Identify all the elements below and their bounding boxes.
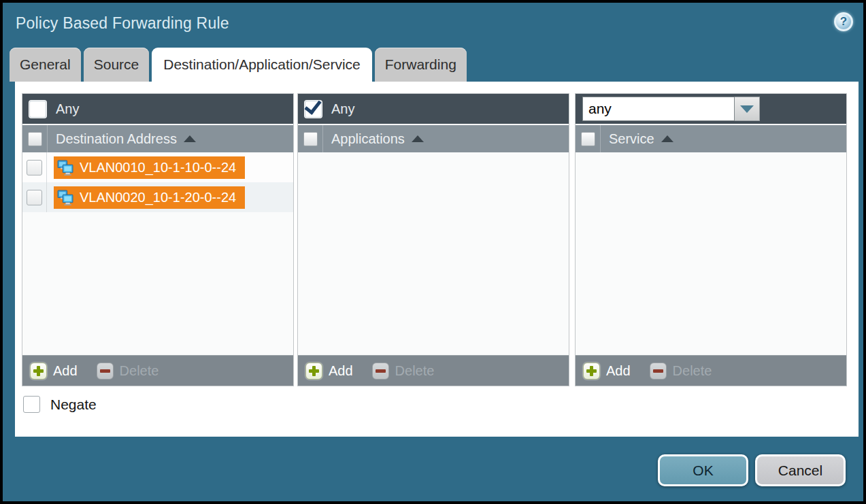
service-dropdown-value[interactable]: any <box>582 97 735 121</box>
delete-button-label: Delete <box>120 363 159 379</box>
delete-icon <box>372 363 389 380</box>
tab-forwarding[interactable]: Forwarding <box>375 48 467 82</box>
column-separator <box>47 125 48 152</box>
address-entry-vlan0010[interactable]: VLAN0010_10-1-10-0--24 <box>54 156 245 179</box>
ok-button[interactable]: OK <box>658 454 748 486</box>
applications-any-label: Any <box>331 101 354 117</box>
delete-icon <box>97 363 114 380</box>
applications-select-all-cell <box>298 132 322 146</box>
applications-column-title: Applications <box>331 131 405 147</box>
service-column-title: Service <box>609 131 654 147</box>
add-icon <box>583 363 600 380</box>
destination-any-label: Any <box>56 101 79 117</box>
destination-any-header: Any <box>22 94 293 124</box>
address-label: VLAN0020_10-1-20-0--24 <box>80 190 236 205</box>
service-list <box>576 152 846 355</box>
destination-select-all-checkbox[interactable] <box>28 132 42 146</box>
service-any-header: any <box>576 94 846 124</box>
applications-delete-button[interactable]: Delete <box>372 363 435 380</box>
applications-select-all-checkbox[interactable] <box>303 132 318 146</box>
tab-label: Forwarding <box>385 56 456 73</box>
add-button-label: Add <box>606 363 631 379</box>
service-delete-button[interactable]: Delete <box>650 363 712 380</box>
destination-add-button[interactable]: Add <box>30 363 78 380</box>
row-checkbox[interactable] <box>27 160 42 175</box>
tab-source[interactable]: Source <box>84 48 150 82</box>
table-row: VLAN0020_10-1-20-0--24 <box>22 182 293 212</box>
sort-asc-icon <box>184 135 196 142</box>
tab-label: General <box>20 56 71 73</box>
chevron-down-icon <box>740 105 754 113</box>
negate-checkbox[interactable] <box>23 396 40 413</box>
network-address-icon <box>57 189 74 206</box>
ok-button-label: OK <box>693 463 713 479</box>
applications-any-checkbox[interactable] <box>305 101 322 118</box>
delete-button-label: Delete <box>673 363 712 379</box>
service-add-button[interactable]: Add <box>583 363 631 380</box>
tab-content-area: Any Destination Address <box>15 82 859 437</box>
tab-general[interactable]: General <box>10 48 81 82</box>
tab-label: Source <box>94 56 139 73</box>
sort-asc-icon <box>412 135 424 142</box>
destination-column-title: Destination Address <box>56 131 177 147</box>
destination-column-header[interactable]: Destination Address <box>22 124 293 152</box>
row-checkbox-cell <box>22 182 47 212</box>
applications-panel: Any Applications Add Delete <box>297 93 569 386</box>
add-icon <box>305 363 322 380</box>
destination-address-panel: Any Destination Address <box>22 93 294 386</box>
service-select-all-cell <box>576 132 600 146</box>
sort-asc-icon <box>661 135 673 142</box>
row-checkbox-cell <box>22 152 47 182</box>
service-select-all-checkbox[interactable] <box>581 132 595 146</box>
destination-any-checkbox[interactable] <box>29 101 46 118</box>
cancel-button-label: Cancel <box>778 463 822 479</box>
applications-list <box>298 152 569 355</box>
service-dropdown-button[interactable] <box>735 97 760 121</box>
help-icon[interactable]: ? <box>834 12 853 31</box>
address-entry-vlan0020[interactable]: VLAN0020_10-1-20-0--24 <box>54 186 245 209</box>
network-address-icon <box>57 159 74 176</box>
applications-add-button[interactable]: Add <box>305 363 353 380</box>
tab-bar: General Source Destination/Application/S… <box>10 48 469 82</box>
service-panel-footer: Add Delete <box>576 355 846 386</box>
row-checkbox[interactable] <box>27 190 42 205</box>
add-icon <box>30 363 47 380</box>
service-dropdown[interactable]: any <box>582 97 760 121</box>
tab-label: Destination/Application/Service <box>163 56 361 73</box>
destination-list: VLAN0010_10-1-10-0--24 <box>22 152 293 355</box>
add-button-label: Add <box>53 363 78 379</box>
destination-delete-button[interactable]: Delete <box>97 363 159 380</box>
negate-row: Negate <box>23 396 97 413</box>
column-separator <box>600 125 601 152</box>
destination-panel-footer: Add Delete <box>22 355 293 386</box>
service-column-header[interactable]: Service <box>576 124 846 152</box>
service-panel: any Service Add <box>575 93 847 386</box>
address-label: VLAN0010_10-1-10-0--24 <box>80 160 236 175</box>
delete-icon <box>650 363 667 380</box>
delete-button-label: Delete <box>395 363 435 379</box>
tab-destination-application-service[interactable]: Destination/Application/Service <box>152 48 372 82</box>
negate-label: Negate <box>50 397 97 413</box>
table-row: VLAN0010_10-1-10-0--24 <box>22 152 293 182</box>
applications-panel-footer: Add Delete <box>298 355 569 386</box>
cancel-button[interactable]: Cancel <box>755 454 846 486</box>
dialog-title: Policy Based Forwarding Rule <box>16 14 229 33</box>
destination-select-all-cell <box>22 132 47 146</box>
help-icon-glyph: ? <box>840 15 847 29</box>
column-separator <box>322 125 323 152</box>
applications-any-header: Any <box>298 94 569 124</box>
applications-column-header[interactable]: Applications <box>298 124 569 152</box>
policy-based-forwarding-rule-dialog: Policy Based Forwarding Rule ? General S… <box>0 0 866 504</box>
add-button-label: Add <box>329 363 353 379</box>
